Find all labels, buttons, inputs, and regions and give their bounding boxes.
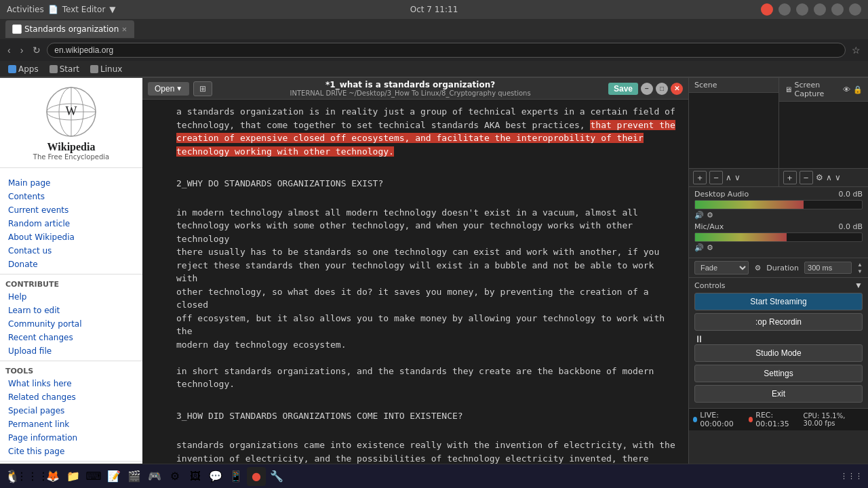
scene-down-btn[interactable]: ∨: [734, 173, 741, 182]
wiki-nav-random[interactable]: Random article: [0, 217, 142, 230]
taskbar-icon-8[interactable]: ⚙: [165, 467, 184, 486]
network-icon[interactable]: [778, 3, 791, 16]
source-remove-btn[interactable]: −: [800, 171, 813, 184]
bookmark-linux[interactable]: Linux: [87, 64, 125, 75]
refresh-btn[interactable]: ↻: [29, 43, 44, 57]
controls-collapse-btn[interactable]: ▼: [854, 281, 863, 290]
wiki-nav-upload[interactable]: Upload file: [0, 344, 142, 358]
duration-input[interactable]: 300 ms: [804, 262, 852, 274]
mic-audio-db: 0.0 dB: [838, 222, 863, 231]
source-add-btn[interactable]: +: [783, 171, 797, 184]
editor-pin-button[interactable]: ⊞: [193, 81, 212, 96]
scene-panel-content[interactable]: [689, 93, 778, 168]
source-gear-btn[interactable]: ⚙: [816, 173, 823, 182]
topbar-menu-arrow[interactable]: ▼: [109, 5, 115, 14]
browser-tab-wikipedia[interactable]: W Standards organization ✕: [5, 20, 134, 38]
wiki-nav-pageinfo[interactable]: Page information: [0, 431, 142, 445]
wiki-nav-permanentlink[interactable]: Permanent link: [0, 418, 142, 431]
exit-button[interactable]: Exit: [694, 385, 863, 403]
wiki-nav-help[interactable]: Help: [0, 290, 142, 304]
source-lock-icon[interactable]: 🔒: [853, 85, 863, 94]
settings-icon[interactable]: [849, 3, 861, 16]
mic-mute-btn[interactable]: 🔊: [694, 243, 704, 252]
topbar-icon-1[interactable]: [761, 3, 773, 16]
scene-remove-btn[interactable]: −: [709, 171, 723, 184]
taskbar-right: ⋮⋮⋮: [835, 472, 868, 481]
activities-btn[interactable]: Activities: [7, 5, 44, 14]
studio-mode-button[interactable]: Studio Mode: [694, 344, 863, 362]
duration-down-btn[interactable]: ▼: [857, 268, 863, 274]
live-indicator: LIVE: 00:00:00: [693, 411, 743, 428]
power-icon[interactable]: [831, 3, 844, 16]
start-streaming-button[interactable]: Start Streaming: [694, 293, 863, 310]
controls-label: Controls: [694, 281, 726, 290]
taskbar-icon-7[interactable]: 🎮: [145, 467, 164, 486]
source-panel-content[interactable]: [779, 102, 869, 168]
editor-content-area[interactable]: a standards organization is in reality j…: [142, 100, 688, 474]
source-down-btn[interactable]: ∨: [835, 173, 841, 182]
wiki-nav-citepage[interactable]: Cite this page: [0, 445, 142, 458]
editor-open-button[interactable]: Open ▼: [148, 82, 189, 96]
wiki-nav-about[interactable]: About Wikipedia: [0, 230, 142, 244]
wiki-nav-contact[interactable]: Contact us: [0, 244, 142, 258]
scene-add-btn[interactable]: +: [693, 171, 707, 184]
wiki-nav-recentchanges[interactable]: Recent changes: [0, 331, 142, 344]
taskbar-firefox-icon[interactable]: 🦊: [43, 467, 62, 486]
editor-close-button[interactable]: ✕: [671, 83, 683, 95]
desktop-mute-btn[interactable]: 🔊: [694, 211, 704, 220]
wiki-nav-mainpage[interactable]: Main page: [0, 176, 142, 190]
wiki-nav-community[interactable]: Community portal: [0, 317, 142, 331]
back-btn[interactable]: ‹: [4, 43, 14, 57]
mic-icon[interactable]: [814, 3, 826, 16]
wiki-nav-whatlinkshere[interactable]: What links here: [0, 377, 142, 390]
tab-close-btn[interactable]: ✕: [121, 26, 127, 33]
taskbar-icon-10[interactable]: 💬: [206, 467, 225, 486]
taskbar-icon-5[interactable]: 📝: [104, 467, 123, 486]
obs-panel: Scene + − ∧ ∨ 🖥 Screen Capture 👁 🔒: [688, 78, 868, 488]
taskbar-obs-icon[interactable]: ●: [247, 467, 266, 486]
stop-recording-button[interactable]: :op Recordin: [694, 313, 863, 331]
editor-minimize-button[interactable]: −: [641, 83, 653, 95]
wiki-nav-contents[interactable]: Contents: [0, 190, 142, 203]
taskbar-icon-9[interactable]: 🖼: [186, 467, 205, 486]
url-input[interactable]: [47, 43, 846, 58]
transition-selector[interactable]: Fade: [694, 261, 749, 274]
source-eye-icon[interactable]: 👁: [843, 85, 850, 94]
browser-chrome: W Standards organization ✕ ‹ › ↻ ☆ Apps …: [0, 19, 868, 78]
taskbar-term-icon[interactable]: ⌨: [84, 467, 103, 486]
audio-mixer: Desktop Audio 0.0 dB 🔊 ⚙ Mic/Aux 0.0 dB: [689, 186, 868, 258]
mic-audio-gear[interactable]: ⚙: [707, 243, 713, 252]
editor-highlighted-text: that prevent the: [590, 120, 675, 130]
source-up-btn[interactable]: ∧: [826, 173, 832, 182]
wiki-nav-learntoedit[interactable]: Learn to edit: [0, 304, 142, 317]
bookmark-btn[interactable]: ☆: [848, 43, 864, 57]
transition-gear-icon[interactable]: ⚙: [754, 264, 761, 272]
wiki-nav-donate[interactable]: Donate: [0, 258, 142, 271]
rec-pause-btn[interactable]: ⏸: [694, 333, 704, 344]
text-editor-window: Open ▼ ⊞ *1_what is a standards organiza…: [142, 78, 688, 488]
duration-up-btn[interactable]: ▲: [857, 262, 863, 268]
topbar-app-name[interactable]: Text Editor: [62, 5, 106, 14]
scene-up-btn[interactable]: ∧: [726, 173, 732, 182]
taskbar-file-icon[interactable]: 📁: [64, 467, 83, 486]
stop-recording-label: :op Recordin: [755, 317, 802, 327]
source-panel-footer: + − ⚙ ∧ ∨: [779, 168, 869, 186]
desktop-audio-gear[interactable]: ⚙: [707, 211, 713, 220]
taskbar-apps-icon[interactable]: ⋮⋮⋮: [23, 467, 42, 486]
wiki-nav-relatedchanges[interactable]: Related changes: [0, 390, 142, 404]
editor-save-button[interactable]: Save: [608, 83, 638, 95]
settings-button[interactable]: Settings: [694, 365, 863, 382]
taskbar-icon-11[interactable]: 📱: [226, 467, 245, 486]
bookmark-apps[interactable]: Apps: [5, 64, 41, 75]
editor-maximize-button[interactable]: □: [656, 83, 668, 95]
volume-icon[interactable]: [796, 3, 808, 16]
bookmark-start[interactable]: Start: [47, 64, 82, 75]
wiki-nav-currentevents[interactable]: Current events: [0, 203, 142, 217]
taskbar-icon-6[interactable]: 🎬: [125, 467, 144, 486]
wiki-nav-specialpages[interactable]: Special pages: [0, 404, 142, 418]
bookmarks-bar: Apps Start Linux: [0, 61, 868, 77]
forward-btn[interactable]: ›: [17, 43, 27, 57]
editor-para-2: in modern technology almost all modern t…: [176, 207, 665, 350]
taskbar-left: 🐧 ⋮⋮⋮ 🦊 📁 ⌨ 📝 🎬 🎮 ⚙ 🖼 💬 📱 ● 🔧: [0, 467, 289, 486]
taskbar-icon-13[interactable]: 🔧: [267, 467, 286, 486]
